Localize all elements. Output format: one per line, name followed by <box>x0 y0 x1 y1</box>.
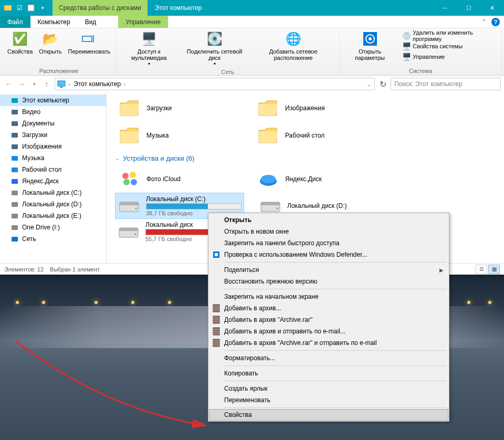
help-icon[interactable]: ? <box>491 18 500 26</box>
tree-item[interactable]: One Drive (I:) <box>0 222 106 233</box>
ctx-item[interactable]: Добавить в архив "Archive.rar" и отправи… <box>209 337 448 349</box>
ribbon-uninstall[interactable]: 💿Удалить или изменить программу <box>400 30 497 41</box>
folder-icon <box>257 125 280 146</box>
nav-up[interactable]: ↑ <box>41 78 52 90</box>
ribbon-media[interactable]: 🖥️Доступ к мультимедиа▾ <box>118 29 180 68</box>
explorer-icon[interactable] <box>3 3 13 13</box>
svg-rect-9 <box>12 98 18 103</box>
ctx-item[interactable]: Открыть <box>209 214 448 226</box>
ribbon-manage[interactable]: 🖥️Управление <box>400 51 497 62</box>
ctx-item[interactable]: Закрепить на панели быстрого доступа <box>209 237 448 249</box>
folder-item[interactable]: Загрузки <box>115 95 241 122</box>
breadcrumb-item[interactable]: Этот компьютер <box>74 80 121 88</box>
close-button[interactable]: ✕ <box>480 0 504 16</box>
svg-rect-52 <box>213 342 219 343</box>
nav-forward[interactable]: → <box>16 78 27 90</box>
search-input[interactable]: Поиск: Этот компьютер <box>391 78 501 90</box>
folder-item[interactable]: Изображения <box>254 95 380 122</box>
tree-item[interactable]: Локальный диск (D:) <box>0 198 106 210</box>
tree-item-icon <box>10 235 19 243</box>
ctx-item[interactable]: Закрепить на начальном экране <box>209 291 448 302</box>
tree-item[interactable]: Загрузки <box>0 129 106 141</box>
archive-icon <box>212 315 221 324</box>
ribbon-sysprops[interactable]: 🖥️Свойства системы <box>400 41 497 51</box>
tab-view[interactable]: Вид <box>78 16 104 28</box>
ctx-item[interactable]: Копировать <box>209 368 448 379</box>
tree-item[interactable]: Этот компьютер <box>0 95 106 106</box>
tree-item[interactable]: Музыка <box>0 152 106 164</box>
ctx-item[interactable]: Восстановить прежнюю версию <box>209 276 448 287</box>
tree-item-icon <box>10 177 19 185</box>
ribbon-openparams[interactable]: Открыть параметры <box>342 29 398 67</box>
breadcrumb[interactable]: › Этот компьютер › ⌄ <box>55 78 375 90</box>
svg-rect-49 <box>213 333 219 334</box>
tree-item[interactable]: Документы <box>0 118 106 129</box>
ribbon-properties[interactable]: ✅Свойства <box>4 29 36 67</box>
titlebar[interactable]: ☑ ▾ Средства работы с дисками Этот компь… <box>0 0 504 16</box>
ctx-item[interactable]: Свойства <box>209 409 448 421</box>
svg-rect-29 <box>120 202 139 205</box>
view-tiles[interactable]: ▦ <box>488 265 500 274</box>
svg-rect-16 <box>12 179 18 184</box>
ribbon-netdrive[interactable]: 💽Подключить сетевой диск▾ <box>180 29 249 68</box>
minimize-button[interactable]: ─ <box>433 0 457 16</box>
svg-rect-48 <box>213 331 219 332</box>
ctx-item[interactable]: Поделиться▶ <box>209 264 448 276</box>
ctx-item[interactable]: Добавить в архив "Archive.rar" <box>209 314 448 326</box>
tree-item[interactable]: Сеть <box>0 233 106 245</box>
tree-item-label: Локальный диск (E:) <box>22 212 81 219</box>
maximize-button[interactable]: ☐ <box>457 0 480 16</box>
chevron-right-icon[interactable]: › <box>123 81 127 87</box>
qat-dropdown-icon[interactable]: ▾ <box>38 3 47 13</box>
cloud-drive-item[interactable]: Фото iCloud <box>115 165 241 193</box>
ctx-item[interactable]: Проверка с использованием Windows Defend… <box>209 249 448 260</box>
ctx-item[interactable]: Форматировать... <box>209 352 448 364</box>
ribbon-open[interactable]: 📂Открыть <box>36 29 65 67</box>
section-devices[interactable]: Устройства и диски (6) <box>115 149 496 165</box>
svg-point-36 <box>135 234 136 235</box>
folder-item[interactable]: Музыка <box>115 122 241 149</box>
qat-checkbox-icon[interactable]: ☑ <box>15 3 24 13</box>
ribbon-netloc[interactable]: 🌐Добавить сетевое расположение <box>249 29 337 68</box>
ctx-item[interactable]: Переименовать <box>209 394 448 406</box>
svg-rect-11 <box>12 121 18 126</box>
tree-item[interactable]: Локальный диск (C:) <box>0 187 106 198</box>
refresh-button[interactable]: ↻ <box>377 78 388 90</box>
svg-point-33 <box>277 208 278 209</box>
ribbon-rename[interactable]: Переименовать <box>65 29 114 67</box>
tree-item-icon <box>10 142 19 151</box>
ctx-item[interactable]: Открыть в новом окне <box>209 226 448 237</box>
svg-rect-20 <box>12 225 18 230</box>
tree-item-label: Локальный диск (C:) <box>22 189 82 196</box>
folder-item[interactable]: Рабочий стол <box>254 122 380 149</box>
tab-file[interactable]: Файл <box>0 16 30 28</box>
tree-item[interactable]: Видео <box>0 106 106 118</box>
tree-item[interactable]: Рабочий стол <box>0 164 106 175</box>
ctx-item[interactable]: Добавить в архив... <box>209 302 448 314</box>
svg-point-22 <box>122 173 129 179</box>
nav-history[interactable]: ▾ <box>28 78 40 90</box>
drive-icon <box>118 195 141 216</box>
tab-manage[interactable]: Управление <box>118 16 168 28</box>
chevron-down-icon[interactable]: ⌄ <box>366 81 372 87</box>
qat-properties-icon[interactable] <box>26 3 36 13</box>
view-details[interactable]: ☰ <box>476 265 487 274</box>
svg-rect-53 <box>213 344 219 345</box>
ctx-item[interactable]: Создать ярлык <box>209 383 448 394</box>
svg-point-24 <box>123 179 130 185</box>
tree-item[interactable]: Изображения <box>0 141 106 152</box>
svg-rect-13 <box>12 144 18 149</box>
titlebar-context-tab[interactable]: Средства работы с дисками <box>52 0 148 16</box>
tree-item-icon <box>10 119 19 128</box>
cloud-drive-item[interactable]: Яндекс.Диск <box>254 165 380 193</box>
tree-item[interactable]: Яндекс.Диск <box>0 175 106 187</box>
nav-back[interactable]: ← <box>3 78 15 90</box>
ctx-item[interactable]: Добавить в архив и отправить по e-mail..… <box>209 326 448 337</box>
tree-item[interactable]: Локальный диск (E:) <box>0 210 106 222</box>
chevron-right-icon[interactable]: › <box>68 81 71 87</box>
folder-icon <box>118 125 141 146</box>
svg-rect-8 <box>60 87 63 88</box>
tab-computer[interactable]: Компьютер <box>30 16 78 28</box>
folder-open-icon: 📂 <box>42 30 59 47</box>
ribbon-collapse-icon[interactable]: ⌃ <box>481 18 486 25</box>
